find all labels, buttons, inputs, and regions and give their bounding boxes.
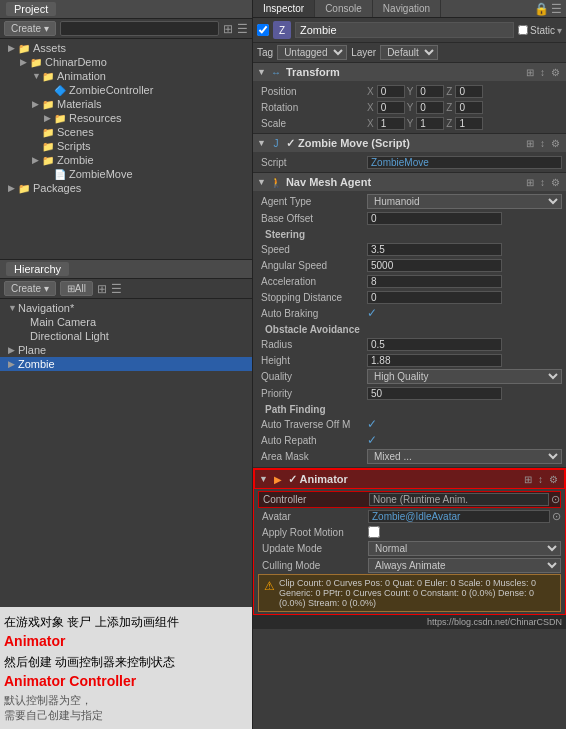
zm-btn1[interactable]: ⊞ xyxy=(524,138,536,149)
pos-x[interactable] xyxy=(377,85,405,98)
static-label: Static xyxy=(530,25,555,36)
hierarchy-panel: Hierarchy Create ▾ ⊞All ⊞ ☰ ▼Navigation*… xyxy=(0,260,252,607)
transform-btn2[interactable]: ↕ xyxy=(538,67,547,78)
layer-dropdown[interactable]: Default xyxy=(380,45,438,60)
project-search[interactable] xyxy=(60,21,219,36)
acceleration-label: Acceleration xyxy=(257,276,367,287)
update-mode-dropdown[interactable]: Normal xyxy=(368,541,561,556)
rot-y[interactable] xyxy=(416,101,444,114)
nm-btn3[interactable]: ⚙ xyxy=(549,177,562,188)
height-row: Height xyxy=(257,352,562,368)
tab-inspector[interactable]: Inspector xyxy=(253,0,315,17)
zombie-move-header[interactable]: ▼ J ✓ Zombie Move (Script) ⊞ ↕ ⚙ xyxy=(253,134,566,152)
annotation-area: 在游戏对象 丧尸 上添加动画组件 Animator 然后创建 动画控制器来控制状… xyxy=(0,607,252,729)
nm-btn2[interactable]: ↕ xyxy=(538,177,547,188)
tree-item[interactable]: 📁Scripts xyxy=(0,139,252,153)
hierarchy-filter-btn[interactable]: ⊞All xyxy=(60,281,93,296)
hierarchy-item[interactable]: ▶Zombie xyxy=(0,357,252,371)
layer-label: Layer xyxy=(351,47,376,58)
tree-item[interactable]: ▼📁Animation xyxy=(0,69,252,83)
hierarchy-create-btn[interactable]: Create ▾ xyxy=(4,281,56,296)
avatar-value[interactable]: Zombie@IdleAvatar xyxy=(368,510,550,523)
scale-value: X Y Z xyxy=(367,117,562,130)
pos-y[interactable] xyxy=(416,85,444,98)
obj-name-input[interactable] xyxy=(295,22,514,38)
tree-item[interactable]: ▶📁Assets xyxy=(0,41,252,55)
angular-speed-value[interactable] xyxy=(367,259,502,272)
zm-btn3[interactable]: ⚙ xyxy=(549,138,562,149)
zm-btn2[interactable]: ↕ xyxy=(538,138,547,149)
hierarchy-tab[interactable]: Hierarchy xyxy=(6,262,69,276)
tree-item[interactable]: ▶📁Materials xyxy=(0,97,252,111)
hierarchy-item[interactable]: ▼Navigation* xyxy=(0,301,252,315)
auto-braking-check[interactable]: ✓ xyxy=(367,306,377,320)
tag-dropdown[interactable]: Untagged xyxy=(277,45,347,60)
rot-z[interactable] xyxy=(455,101,483,114)
acceleration-value[interactable] xyxy=(367,275,502,288)
hierarchy-item[interactable]: Main Camera xyxy=(0,315,252,329)
script-value[interactable]: ZombieMove xyxy=(367,156,562,169)
apply-root-motion-checkbox[interactable] xyxy=(368,526,380,538)
pathfinding-label: Path Finding xyxy=(257,401,562,416)
lock-icon[interactable]: 🔒 xyxy=(534,2,549,16)
inspector-body: Z Static ▾ Tag Untagged Layer Default ▼ … xyxy=(253,18,566,729)
agent-type-dropdown[interactable]: Humanoid xyxy=(367,194,562,209)
tree-item[interactable]: 📄ZombieMove xyxy=(0,167,252,181)
hierarchy-icon1: ⊞ xyxy=(97,282,107,296)
base-offset-value[interactable] xyxy=(367,212,502,225)
controller-pick-icon[interactable]: ⊙ xyxy=(551,493,560,506)
height-value[interactable] xyxy=(367,354,502,367)
obj-icon: Z xyxy=(273,21,291,39)
tree-item[interactable]: ▶📁Zombie xyxy=(0,153,252,167)
scale-y[interactable] xyxy=(416,117,444,130)
scale-z[interactable] xyxy=(455,117,483,130)
navmesh-header[interactable]: ▼ 🚶 Nav Mesh Agent ⊞ ↕ ⚙ xyxy=(253,173,566,191)
culling-mode-dropdown[interactable]: Always Animate xyxy=(368,558,561,573)
controller-value[interactable]: None (Runtime Anim. xyxy=(369,493,549,506)
tree-item[interactable]: ▶📁Packages xyxy=(0,181,252,195)
speed-value[interactable] xyxy=(367,243,502,256)
quality-dropdown[interactable]: High Quality xyxy=(367,369,562,384)
tree-item[interactable]: 📁Scenes xyxy=(0,125,252,139)
tab-navigation[interactable]: Navigation xyxy=(373,0,441,17)
area-mask-dropdown[interactable]: Mixed ... xyxy=(367,449,562,464)
transform-header[interactable]: ▼ ↔ Transform ⊞ ↕ ⚙ xyxy=(253,63,566,81)
speed-row: Speed xyxy=(257,241,562,257)
avatar-pick-icon[interactable]: ⊙ xyxy=(552,510,561,523)
scale-x[interactable] xyxy=(377,117,405,130)
pos-z[interactable] xyxy=(455,85,483,98)
hierarchy-tree: ▼Navigation*Main CameraDirectional Light… xyxy=(0,299,252,607)
tree-item[interactable]: 🔷ZombieController xyxy=(0,83,252,97)
transform-btn1[interactable]: ⊞ xyxy=(524,67,536,78)
project-create-btn[interactable]: Create ▾ xyxy=(4,21,56,36)
auto-traverse-check[interactable]: ✓ xyxy=(367,417,377,431)
hierarchy-item[interactable]: ▶Plane xyxy=(0,343,252,357)
transform-btn3[interactable]: ⚙ xyxy=(549,67,562,78)
transform-arrow: ▼ xyxy=(257,67,266,77)
anim-btn2[interactable]: ↕ xyxy=(536,474,545,485)
auto-repath-check[interactable]: ✓ xyxy=(367,433,377,447)
animator-component: ▼ ▶ ✓ Animator ⊞ ↕ ⚙ Controller None (Ru… xyxy=(253,468,566,615)
tab-console[interactable]: Console xyxy=(315,0,373,17)
tree-item[interactable]: ▶📁Resources xyxy=(0,111,252,125)
annotation-line2: 然后创建 动画控制器来控制状态 xyxy=(4,653,248,671)
rot-x[interactable] xyxy=(377,101,405,114)
priority-value[interactable] xyxy=(367,387,502,400)
menu-icon[interactable]: ☰ xyxy=(551,2,562,16)
hierarchy-header: Hierarchy xyxy=(0,260,252,279)
navmesh-component: ▼ 🚶 Nav Mesh Agent ⊞ ↕ ⚙ Agent Type Huma… xyxy=(253,173,566,468)
anim-btn3[interactable]: ⚙ xyxy=(547,474,560,485)
animator-header[interactable]: ▼ ▶ ✓ Animator ⊞ ↕ ⚙ xyxy=(254,469,565,489)
stopping-dist-value[interactable] xyxy=(367,291,502,304)
steering-label: Steering xyxy=(257,226,562,241)
project-tab[interactable]: Project xyxy=(6,2,56,16)
nm-btn1[interactable]: ⊞ xyxy=(524,177,536,188)
tree-item[interactable]: ▶📁ChinarDemo xyxy=(0,55,252,69)
obj-active-checkbox[interactable] xyxy=(257,24,269,36)
static-checkbox[interactable] xyxy=(518,25,528,35)
project-panel: Project Create ▾ ⊞ ☰ ▶📁Assets▶📁ChinarDem… xyxy=(0,0,252,260)
radius-value[interactable] xyxy=(367,338,502,351)
anim-btn1[interactable]: ⊞ xyxy=(522,474,534,485)
hierarchy-item[interactable]: Directional Light xyxy=(0,329,252,343)
position-label: Position xyxy=(257,86,367,97)
